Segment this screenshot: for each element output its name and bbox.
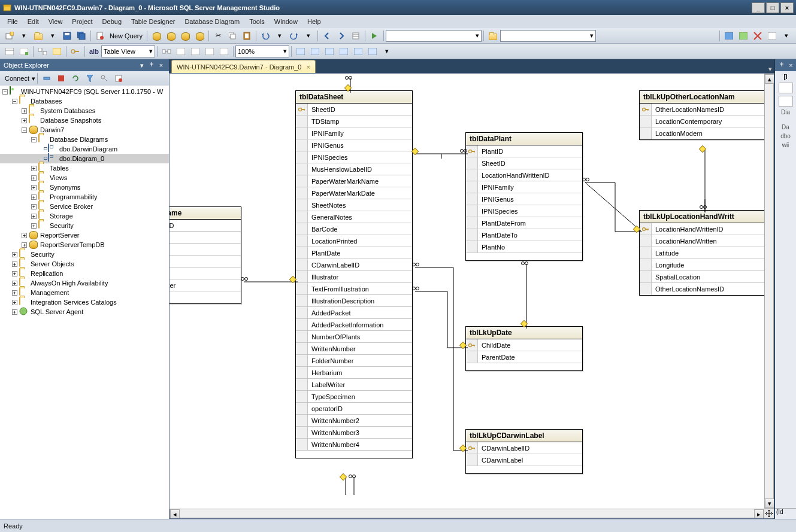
scroll-down-icon[interactable]: ▾ bbox=[765, 498, 774, 508]
table-column[interactable]: NumberOfPlants bbox=[296, 331, 412, 343]
nav-fwd-icon[interactable] bbox=[335, 29, 348, 42]
tree-management[interactable]: +Management bbox=[0, 288, 169, 297]
table-column[interactable]: PlantDateFrom bbox=[466, 217, 582, 229]
diagram-table-henslow[interactable]: enslowNameNameIDtiesynicWriterded bbox=[169, 206, 241, 304]
scroll-right-icon[interactable]: ▸ bbox=[754, 509, 764, 519]
document-tab-diagram0[interactable]: WIN-UTNFN042FC9.Darwin7 - Diagram_0 × bbox=[171, 60, 316, 73]
table-column[interactable]: PlantDate bbox=[296, 247, 412, 259]
properties-close-icon[interactable]: × bbox=[787, 61, 795, 69]
table-column[interactable]: AddedPacketInformation bbox=[296, 319, 412, 331]
set-primary-key-icon[interactable] bbox=[69, 45, 82, 58]
properties-toolbar-2[interactable] bbox=[779, 96, 793, 107]
table-column[interactable]: IPNIFamily bbox=[466, 181, 582, 193]
new-project-icon[interactable] bbox=[3, 29, 16, 42]
table-column[interactable] bbox=[169, 232, 241, 244]
save-all-icon[interactable] bbox=[75, 29, 88, 42]
scroll-left-icon[interactable]: ◂ bbox=[170, 509, 180, 519]
tree-reportserver[interactable]: +ReportServer bbox=[0, 230, 169, 240]
tree-reportserver-tempdb[interactable]: +ReportServerTempDB bbox=[0, 240, 169, 250]
pan-icon[interactable] bbox=[764, 509, 774, 518]
tree-alwayson[interactable]: +AlwaysOn High Availability bbox=[0, 278, 169, 288]
properties-pin-icon[interactable] bbox=[777, 61, 786, 69]
table-column[interactable]: AddedPacket bbox=[296, 307, 412, 319]
arrange-selection-icon[interactable] bbox=[366, 45, 379, 58]
open-icon[interactable] bbox=[32, 29, 45, 42]
disconnect-icon[interactable] bbox=[40, 72, 53, 85]
tree-diagram-1[interactable]: dbo.DarwinDiagram bbox=[0, 144, 169, 154]
scroll-up-icon[interactable]: ▴ bbox=[765, 74, 774, 84]
zoom-combo[interactable]: 100%▾ bbox=[235, 45, 289, 57]
table-column[interactable]: ded bbox=[169, 291, 241, 303]
connect-label[interactable]: Connect bbox=[2, 75, 32, 82]
table-column[interactable]: WrittenNumber4 bbox=[296, 439, 412, 451]
table-column[interactable]: LocationHandWritten bbox=[640, 235, 764, 247]
table-column[interactable]: ChildDate bbox=[466, 339, 582, 351]
tree-darwin7[interactable]: −Darwin7 bbox=[0, 125, 169, 135]
table-column[interactable]: OtherLocationNamesID bbox=[640, 283, 764, 295]
table-column[interactable]: IPNIGenus bbox=[466, 193, 582, 205]
diagram-table-lkupdate[interactable]: tblLkUpDateChildDateParentDate bbox=[465, 326, 583, 371]
table-column[interactable]: OtherLocationNamesID bbox=[640, 104, 764, 115]
minimize-button[interactable]: _ bbox=[752, 2, 765, 13]
tree-synonyms[interactable]: +Synonyms bbox=[0, 183, 169, 192]
tab-close-icon[interactable]: × bbox=[306, 63, 310, 71]
table-column[interactable]: LocationModern bbox=[640, 127, 764, 139]
redo-dropdown[interactable]: ▾ bbox=[302, 29, 315, 42]
diagram-table-dataplant[interactable]: tblDataPlantPlantIDSheetIDLocationHandWr… bbox=[465, 132, 583, 261]
table-column[interactable]: PlantDateTo bbox=[466, 229, 582, 241]
table-header[interactable]: enslowName bbox=[169, 207, 241, 220]
properties-icon[interactable] bbox=[349, 29, 362, 42]
tree-views[interactable]: +Views bbox=[0, 173, 169, 183]
table-column[interactable]: PlantID bbox=[466, 145, 582, 157]
add-table-icon[interactable] bbox=[17, 45, 31, 58]
generate-script-icon[interactable] bbox=[50, 45, 63, 58]
tree-integration-services[interactable]: +Integration Services Catalogs bbox=[0, 297, 169, 307]
tree-system-databases[interactable]: +System Databases bbox=[0, 106, 169, 115]
table-column[interactable]: y bbox=[169, 267, 241, 279]
tree-security-db[interactable]: +Security bbox=[0, 221, 169, 230]
show-labels-icon[interactable] bbox=[294, 45, 307, 58]
table-header[interactable]: tblLkUpLocationHandWritt bbox=[640, 211, 764, 223]
table-column[interactable]: LabelWriter bbox=[296, 379, 412, 391]
undo-icon[interactable] bbox=[259, 29, 272, 42]
execute-icon[interactable] bbox=[368, 29, 381, 42]
xml-icon[interactable] bbox=[217, 45, 231, 58]
menu-project[interactable]: Project bbox=[67, 18, 97, 25]
table-column[interactable]: CDarwinLabelID bbox=[296, 259, 412, 271]
refresh-icon[interactable] bbox=[69, 72, 82, 85]
fulltext-icon[interactable] bbox=[203, 45, 216, 58]
menu-database-diagram[interactable]: Database Diagram bbox=[180, 18, 244, 25]
redo-icon[interactable] bbox=[287, 29, 301, 42]
table-column[interactable]: TextFromIllustration bbox=[296, 283, 412, 295]
diagram-canvas[interactable]: enslowNameNameIDtiesynicWriterdedtblData… bbox=[170, 74, 768, 519]
menu-table-designer[interactable]: Table Designer bbox=[126, 18, 180, 25]
search-icon[interactable] bbox=[98, 72, 111, 85]
new-query-label[interactable]: New Query bbox=[107, 32, 145, 39]
table-column[interactable]: Latitude bbox=[640, 247, 764, 259]
tree-storage[interactable]: +Storage bbox=[0, 211, 169, 221]
table-header[interactable]: tblDataPlant bbox=[466, 133, 582, 145]
open-dropdown[interactable]: ▾ bbox=[46, 29, 59, 42]
table-column[interactable]: BarCode bbox=[296, 223, 412, 235]
diagram-table-otherloc[interactable]: tblLkUpOtherLocationNamOtherLocationName… bbox=[639, 90, 765, 140]
table-header[interactable]: tblLkUpCDarwinLabel bbox=[466, 430, 582, 442]
table-column[interactable]: IPNISpecies bbox=[296, 151, 412, 163]
template-icon[interactable] bbox=[765, 29, 779, 42]
table-header[interactable]: tblDataSheet bbox=[296, 91, 412, 104]
db-query-icon-2[interactable] bbox=[164, 29, 177, 42]
table-column[interactable]: ties bbox=[169, 244, 241, 256]
table-column[interactable]: SheetID bbox=[466, 157, 582, 169]
db-query-icon-4[interactable] bbox=[193, 29, 206, 42]
new-query-icon[interactable] bbox=[93, 29, 107, 42]
table-column[interactable]: WrittenNumber2 bbox=[296, 415, 412, 427]
db-query-icon[interactable] bbox=[150, 29, 163, 42]
menu-file[interactable]: File bbox=[2, 18, 23, 25]
menu-view[interactable]: View bbox=[44, 18, 68, 25]
table-column[interactable]: LocationHandWrittenID bbox=[640, 223, 764, 235]
tree-server-root[interactable]: −WIN-UTNFN042FC9 (SQL Server 11.0.1750 -… bbox=[0, 87, 169, 96]
table-column[interactable]: TDStamp bbox=[296, 115, 412, 127]
toolbar-overflow[interactable]: ▾ bbox=[780, 29, 793, 42]
close-button[interactable]: × bbox=[780, 2, 794, 13]
table-column[interactable]: TypeSpecimen bbox=[296, 391, 412, 403]
table-column[interactable]: GeneralNotes bbox=[296, 211, 412, 223]
